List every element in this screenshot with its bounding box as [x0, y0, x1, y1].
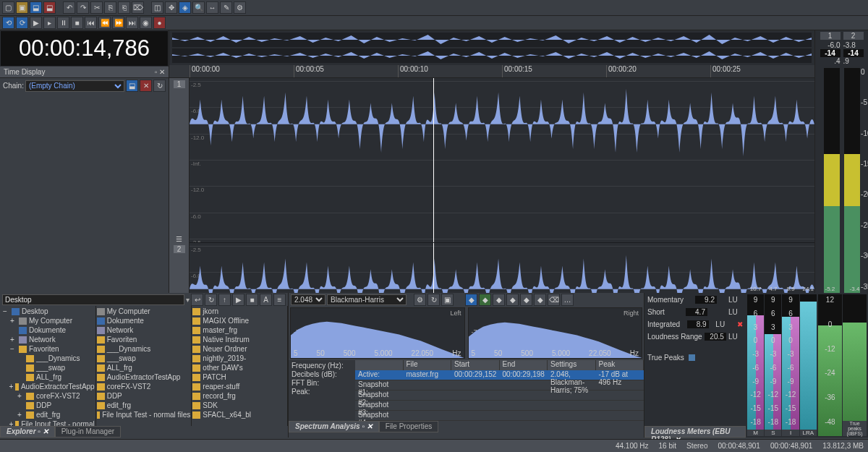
fft-size-select[interactable]: 2.048: [291, 294, 326, 305]
play-icon[interactable]: ▶: [30, 17, 42, 29]
explorer-item[interactable]: +edit_frg: [1, 410, 95, 419]
window-select[interactable]: Blackman-Harris: [327, 294, 407, 305]
track-body-1[interactable]: -2.5-6.0-12.0-Inf.-12.0-6.0-2.5: [190, 78, 814, 243]
explorer-list-1[interactable]: My ComputerDokumenteNetworkFavoriten___D…: [96, 306, 192, 426]
spectrum-row[interactable]: Snapshot #3:: [355, 401, 644, 411]
spectrum-left[interactable]: Left -76 dB -150 5505005.00022.050Hz: [290, 307, 465, 359]
s3-icon[interactable]: ◆: [493, 294, 505, 306]
explorer-item[interactable]: record_frg: [192, 391, 286, 401]
explorer-item[interactable]: File Input Test - normal files: [97, 410, 191, 419]
new-icon[interactable]: ▢: [2, 1, 14, 14]
explorer-item[interactable]: ALL_frg: [1, 372, 95, 382]
play-all-icon[interactable]: ▸: [43, 17, 56, 29]
explorer-item[interactable]: ___Dynamics: [97, 344, 191, 354]
explorer-item[interactable]: −Favoriten: [1, 344, 95, 354]
explorer-item[interactable]: Neuer Ordner: [192, 344, 286, 354]
redo-icon[interactable]: ↷: [77, 1, 89, 14]
loop-a-icon[interactable]: ⟲: [2, 17, 14, 29]
open-icon[interactable]: ▣: [16, 1, 28, 14]
explorer-item[interactable]: +My Computer: [1, 316, 95, 325]
explorer-item[interactable]: PATCH: [192, 372, 286, 382]
edit-tool-icon[interactable]: ↔: [206, 1, 218, 14]
explorer-path[interactable]: [2, 294, 184, 305]
chain-delete-icon[interactable]: ✕: [140, 80, 152, 92]
auto-icon[interactable]: A: [260, 294, 272, 306]
explorer-item[interactable]: AudioExtractorTestApp: [97, 372, 191, 382]
track-head-1[interactable]: 1☰: [169, 78, 190, 243]
nav-back-icon[interactable]: ↩: [191, 294, 203, 306]
time-ruler[interactable]: 00:00:0000:00:0500:00:1000:00:1500:00:20…: [169, 65, 814, 78]
spectrum-row[interactable]: Snapshot #2:: [355, 391, 644, 401]
close-icon[interactable]: ▫ ✕: [155, 68, 165, 76]
loop-b-icon[interactable]: ⟳: [16, 17, 28, 29]
s4-icon[interactable]: ◆: [506, 294, 519, 306]
explorer-item[interactable]: coreFX-VST2: [97, 382, 191, 391]
s5-icon[interactable]: ◆: [520, 294, 532, 306]
explorer-list-2[interactable]: jkornMAGIX Offlinemaster_frgNative Instr…: [192, 306, 288, 426]
explorer-item[interactable]: SFACL_x64_bl: [192, 410, 286, 419]
explorer-item[interactable]: ___swap: [1, 363, 95, 372]
explorer-item[interactable]: ALL_frg: [97, 363, 191, 372]
view-icon[interactable]: ≡: [273, 294, 286, 306]
copy-icon[interactable]: ⎘: [104, 1, 116, 14]
s6-icon[interactable]: ◆: [534, 294, 546, 306]
tab-loudness[interactable]: Loudness Meters (EBU R128) ▫✕: [644, 426, 746, 438]
settings-icon[interactable]: ⚙: [234, 1, 246, 14]
explorer-item[interactable]: jkorn: [192, 307, 286, 316]
chain-save-icon[interactable]: ⬓: [126, 80, 138, 92]
explorer-item[interactable]: +Network: [1, 335, 95, 344]
explorer-item[interactable]: −Desktop: [1, 307, 95, 316]
record-icon[interactable]: ●: [153, 17, 166, 29]
tab-explorer[interactable]: Explorer ▫ ✕: [0, 426, 55, 438]
explorer-item[interactable]: edit_frg: [97, 401, 191, 410]
rec-arm-icon[interactable]: ◉: [140, 17, 152, 29]
explorer-item[interactable]: Network: [97, 325, 191, 335]
explorer-item[interactable]: ___swap: [97, 354, 191, 363]
spec-refresh-icon[interactable]: ↻: [427, 294, 440, 306]
playback-cursor[interactable]: [433, 78, 434, 242]
explorer-item[interactable]: ___Dynamics: [1, 354, 95, 363]
explorer-item[interactable]: nightly_2019-: [192, 354, 286, 363]
tab-file-props[interactable]: File Properties: [379, 421, 438, 432]
s1-icon[interactable]: ◆: [465, 294, 477, 306]
zoom-icon[interactable]: 🔍: [192, 1, 205, 14]
save-all-icon[interactable]: ⬓: [43, 1, 56, 14]
explorer-item[interactable]: Dokumente: [97, 316, 191, 325]
explorer-item[interactable]: Favoriten: [97, 335, 191, 344]
explorer-item[interactable]: Dokumente: [1, 325, 95, 335]
explorer-item[interactable]: DDP: [97, 391, 191, 401]
cut-icon[interactable]: ✂: [90, 1, 103, 14]
save-icon[interactable]: ⬓: [30, 1, 42, 14]
ffwd-icon[interactable]: ⏩: [112, 17, 124, 29]
tool-icon[interactable]: ✥: [165, 1, 177, 14]
spectrum-row[interactable]: Snapshot #4:: [355, 411, 644, 421]
pencil-icon[interactable]: ✎: [220, 1, 232, 14]
s2-icon[interactable]: ◆: [479, 294, 491, 306]
timecode-display[interactable]: 00:00:14,786: [0, 30, 169, 67]
explorer-tree[interactable]: −Desktop+My Computer Dokumente+Network−F…: [0, 306, 96, 426]
explorer-item[interactable]: master_frg: [192, 325, 286, 335]
undo-icon[interactable]: ↶: [63, 1, 75, 14]
snap-icon[interactable]: ◈: [179, 1, 191, 14]
explorer-item[interactable]: +File Input Test - normal: [1, 419, 95, 426]
explorer-item[interactable]: reaper-stuff: [192, 382, 286, 391]
play-preview-icon[interactable]: ▶: [232, 294, 244, 306]
explorer-item[interactable]: MAGIX Offline: [192, 316, 286, 325]
explorer-item[interactable]: SDK: [192, 401, 286, 410]
spec-opts-icon[interactable]: ⚙: [414, 294, 426, 306]
tab-spectrum[interactable]: Spectrum Analysis ▫ ✕: [289, 421, 379, 432]
erase-icon[interactable]: ⌫: [548, 294, 560, 306]
explorer-item[interactable]: other DAW's: [192, 363, 286, 372]
spec-snapshot-icon[interactable]: ▣: [441, 294, 454, 306]
explorer-item[interactable]: +AudioExtractorTestApp: [1, 382, 95, 391]
explorer-item[interactable]: DDP: [1, 401, 95, 410]
stop-preview-icon[interactable]: ■: [246, 294, 258, 306]
skip-start-icon[interactable]: ⏮: [85, 17, 97, 29]
chain-opts-icon[interactable]: ↻: [153, 80, 166, 92]
rewind-icon[interactable]: ⏪: [98, 17, 111, 29]
chain-select[interactable]: (Empty Chain): [25, 80, 124, 92]
delete-icon[interactable]: ⌦: [132, 1, 144, 14]
refresh-icon[interactable]: ↻: [205, 294, 217, 306]
spectrum-row[interactable]: Snapshot #1:: [355, 380, 644, 391]
explorer-item[interactable]: My Computer: [97, 307, 191, 316]
